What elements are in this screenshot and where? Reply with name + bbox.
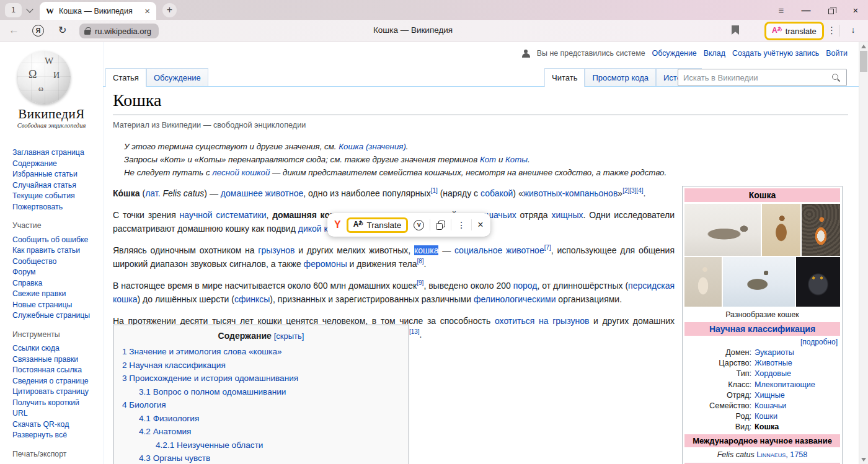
taxonomy-value[interactable]: Хордовые [755, 369, 791, 379]
wiki-link[interactable]: , 1758 [786, 450, 807, 459]
wiki-link[interactable]: Кот [480, 155, 496, 164]
tab-Просмотр кода[interactable]: Просмотр кода [585, 68, 656, 87]
wiki-link[interactable]: домашнее животное [221, 188, 303, 198]
abyssinian-cat-photo[interactable] [762, 204, 800, 256]
tab-Обсуждение[interactable]: Обсуждение [146, 68, 208, 87]
sidebar-link[interactable]: Ссылки сюда [12, 343, 95, 354]
details-link[interactable]: [подробно] [800, 338, 838, 346]
toc-item[interactable]: 3.1 Вопрос о полном одомашнивании [139, 385, 400, 399]
minimize-icon[interactable]: — [794, 5, 818, 15]
refresh-icon[interactable]: ↻ [58, 24, 66, 36]
close-icon[interactable]: × [843, 5, 868, 15]
scroll-up-icon[interactable] [861, 45, 866, 48]
sidebar-link[interactable]: Сообщество [12, 256, 95, 268]
toc-link[interactable]: 4 Биология [122, 400, 166, 409]
personal-link[interactable]: Войти [826, 49, 848, 58]
search-icon[interactable] [832, 74, 840, 82]
wiki-link[interactable]: сфинксы [234, 294, 270, 304]
sidebar-link[interactable]: Цитировать страницу [12, 387, 95, 398]
sidebar-link[interactable]: Избранные статьи [12, 169, 95, 180]
reference-link[interactable]: [1] [431, 187, 438, 194]
scrollbar-thumb[interactable] [860, 51, 867, 72]
toc-link[interactable]: 2 Научная классификация [122, 361, 226, 370]
sidebar-link[interactable]: Скачать QR-код [12, 419, 95, 431]
reference-link[interactable]: [9] [417, 279, 423, 286]
yandex-logo-icon[interactable]: Y [334, 219, 341, 230]
active-tab[interactable]: W Кошка — Википедия × [40, 2, 156, 20]
sidebar-link[interactable]: Связанные правки [12, 354, 95, 366]
wikipedia-globe-logo[interactable]: ΩW Иω [17, 51, 71, 104]
wiki-link[interactable]: охотиться на грызунов [495, 316, 589, 326]
personal-link[interactable]: Создать учётную запись [732, 49, 819, 58]
taxonomy-value[interactable]: Млекопитающие [755, 380, 815, 390]
sidebar-link[interactable]: Справка [12, 278, 95, 289]
sidebar-link[interactable]: Случайная статья [12, 180, 95, 191]
wiki-link[interactable]: Linnaeus [756, 450, 786, 459]
v-circle-icon[interactable]: V [414, 220, 424, 230]
copy-icon[interactable] [436, 221, 445, 230]
download-icon[interactable]: ↓ [848, 24, 858, 35]
sidebar-link[interactable]: Заглавная страница [12, 147, 95, 159]
tabby-cat-snow-photo[interactable] [723, 257, 795, 307]
more-dots-icon[interactable]: ⋮ [457, 220, 466, 230]
wiki-link[interactable]: социальное животное [454, 245, 544, 255]
gray-cat-photo[interactable] [796, 257, 840, 307]
tab-Читать[interactable]: Читать [544, 68, 585, 87]
toc-link[interactable]: 4.3 Органы чувств [139, 453, 210, 463]
toc-link[interactable]: 4.1 Физиология [139, 414, 199, 423]
reference-link[interactable]: [2][3][4] [622, 187, 643, 194]
wiki-link[interactable]: научной систематики [180, 210, 267, 220]
toc-item[interactable]: 1 Значение и этимология слова «кошка» [122, 345, 400, 359]
taxonomy-value[interactable]: Кошачьи [755, 401, 786, 411]
toc-item[interactable]: 4.1 Физиология [139, 412, 400, 426]
toc-link[interactable]: 4.2 Анатомия [139, 427, 191, 436]
tab-Статья[interactable]: Статья [105, 68, 146, 87]
wiki-link[interactable]: феромоны [304, 259, 347, 269]
wiki-search[interactable] [678, 69, 847, 86]
sidebar-link[interactable]: Текущие события [12, 191, 95, 202]
toc-link[interactable]: 1 Значение и этимология слова «кошка» [122, 347, 282, 356]
more-dots-icon[interactable]: ⋮ [827, 25, 836, 36]
toc-item[interactable]: 4 Биология [122, 398, 400, 412]
wiki-link[interactable]: грызунов [258, 245, 294, 255]
tab-counter-button[interactable]: 1 [5, 3, 22, 17]
wiki-link[interactable]: собакой [480, 188, 513, 198]
taxonomy-value[interactable]: Хищные [755, 390, 785, 401]
translate-button-highlight[interactable]: Aあ translate [764, 22, 824, 40]
page-scrollbar[interactable] [859, 42, 868, 464]
sidebar-link[interactable]: Сообщить об ошибке [12, 235, 95, 246]
sidebar-link[interactable]: Развернуть всё [12, 430, 95, 441]
toc-link[interactable]: 3 Происхождение и история одомашнивания [122, 374, 298, 383]
toc-item[interactable]: 3 Происхождение и история одомашнивания [122, 372, 400, 385]
wiki-link[interactable]: лесной кошкой [212, 168, 270, 177]
sidebar-link[interactable]: Получить короткий URL [12, 398, 95, 419]
sidebar-link[interactable]: Сведения о странице [12, 376, 95, 387]
wiki-link[interactable]: Кошка (значения) [339, 142, 406, 151]
tab-close-icon[interactable]: × [144, 6, 150, 15]
scroll-down-icon[interactable] [861, 458, 866, 462]
popup-translate-button[interactable]: Aあ Translate [347, 217, 409, 233]
toc-link[interactable]: 3.1 Вопрос о полном одомашнивании [139, 387, 286, 396]
sidebar-link[interactable]: Как править статьи [12, 245, 95, 256]
personal-link[interactable]: Вклад [704, 49, 725, 58]
sidebar-link[interactable]: Содержание [12, 159, 95, 170]
toc-item[interactable]: 4.2 Анатомия [139, 425, 400, 439]
wiki-link[interactable]: хищных [551, 210, 583, 220]
toc-item[interactable]: 4.2.1 Неизученные области [156, 439, 400, 452]
new-tab-button[interactable]: + [162, 3, 177, 17]
classification-header[interactable]: Научная классификация [684, 322, 840, 336]
menu-icon[interactable]: ≡ [769, 5, 794, 15]
personal-link[interactable]: Обсуждение [652, 49, 697, 58]
wiki-link[interactable]: пород [513, 281, 538, 291]
wikipedia-wordmark[interactable]: ВикипедиЯ [0, 107, 103, 122]
sidebar-link[interactable]: Пожертвовать [12, 202, 95, 213]
reference-link[interactable]: [8] [417, 258, 423, 265]
close-icon[interactable]: × [477, 220, 483, 230]
taxonomy-value[interactable]: Животные [755, 358, 792, 369]
wiki-link[interactable]: фелинологическими [474, 294, 556, 304]
yandex-logo-icon[interactable]: Я [32, 25, 44, 37]
sidebar-link[interactable]: Новые страницы [12, 300, 95, 311]
wiki-link[interactable]: животных-компаньонов [523, 188, 618, 198]
taxonomy-value[interactable]: Эукариоты [755, 348, 794, 358]
address-bar[interactable]: ru.wikipedia.org [79, 24, 159, 38]
